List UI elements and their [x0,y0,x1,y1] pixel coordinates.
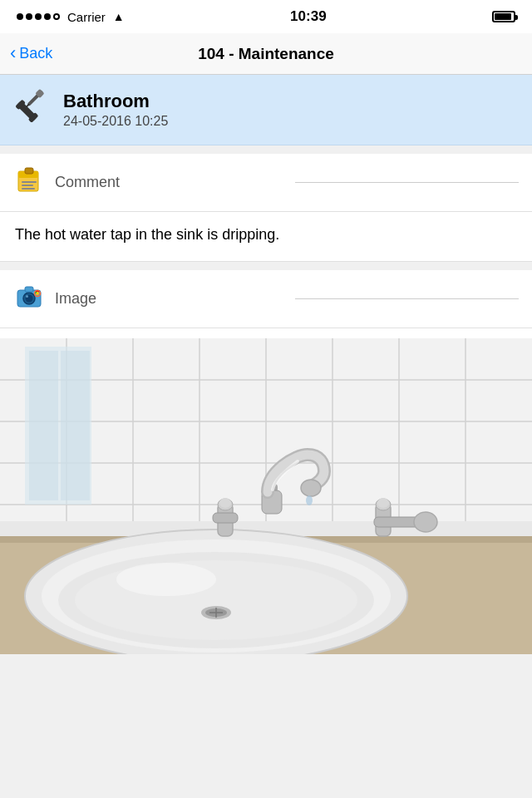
comment-text: The hot water tap in the sink is drippin… [0,212,532,262]
comment-label: Comment [55,174,278,191]
header-date: 24-05-2016 10:25 [63,114,168,129]
signal-dot-4 [44,13,51,20]
image-divider [295,298,519,299]
maintenance-icon [13,88,50,131]
nav-title: 104 - Maintenance [76,45,456,63]
status-time: 10:39 [290,8,326,25]
header-title: Bathroom [63,91,168,112]
image-row: Image [0,270,532,328]
status-left: Carrier ▲ [17,10,125,24]
sink-image-container [0,328,532,654]
svg-point-15 [26,295,28,298]
image-label: Image [55,290,278,308]
svg-point-58 [414,512,437,532]
sink-photo [0,338,532,654]
signal-dot-1 [17,13,23,20]
svg-rect-8 [25,168,33,174]
svg-point-52 [219,498,231,508]
comment-section: Comment The hot water tap in the sink is… [0,154,532,262]
signal-dots [17,13,60,20]
svg-point-41 [116,563,216,596]
comment-divider [295,182,519,183]
svg-rect-10 [22,185,33,186]
svg-rect-9 [22,181,37,183]
image-icon [13,282,45,316]
svg-point-49 [306,495,313,505]
svg-rect-53 [213,513,238,523]
signal-dot-2 [26,13,32,20]
header-info: Bathroom 24-05-2016 10:25 [63,91,168,129]
svg-point-56 [377,498,389,508]
comment-icon [13,165,45,200]
status-bar: Carrier ▲ 10:39 [0,0,532,33]
battery-icon [492,11,515,22]
carrier-label: Carrier [67,10,106,24]
status-right [492,11,515,22]
back-label: Back [19,45,52,62]
back-button[interactable]: ‹ Back [10,45,76,62]
battery-fill [495,13,511,20]
svg-rect-34 [61,351,90,500]
svg-point-48 [301,480,321,496]
back-chevron-icon: ‹ [10,44,16,62]
comment-row: Comment [0,154,532,212]
svg-rect-11 [22,188,35,190]
nav-bar: ‹ Back 104 - Maintenance [0,33,532,75]
svg-rect-33 [29,351,58,500]
image-section: Image [0,270,532,654]
svg-point-40 [75,560,357,640]
svg-rect-16 [25,287,33,292]
signal-dot-5 [53,13,60,20]
wifi-icon: ▲ [113,10,125,23]
signal-dot-3 [35,13,42,20]
header-section: Bathroom 24-05-2016 10:25 [0,75,532,145]
